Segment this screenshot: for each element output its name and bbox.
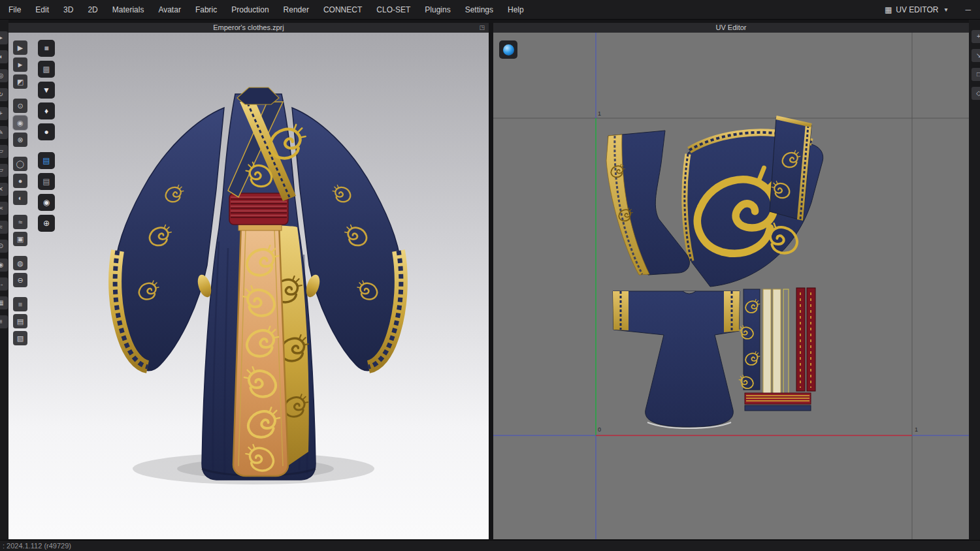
menu-production[interactable]: Production: [224, 5, 276, 14]
show-avatar-figure-icon[interactable]: ♦: [38, 102, 55, 119]
gizmo-icon[interactable]: +: [972, 30, 980, 43]
grade-icon[interactable]: ≡: [0, 315, 8, 328]
texture-icon-glyph: ▦: [0, 300, 4, 306]
show-garment-cube-icon[interactable]: ■: [38, 40, 55, 57]
buttonhole-icon[interactable]: ⊖: [13, 273, 27, 287]
menu-render[interactable]: Render: [276, 5, 316, 14]
menu-3d[interactable]: 3D: [56, 5, 80, 14]
zipper-icon[interactable]: ≡: [13, 297, 27, 311]
material-sphere-icon: [503, 44, 514, 55]
tack-icon[interactable]: ◉: [0, 259, 8, 272]
menu-help[interactable]: Help: [500, 5, 531, 14]
pan-icon[interactable]: +: [0, 107, 8, 120]
menu-items: FileEdit3D2DMaterialsAvatarFabricProduct…: [1, 5, 531, 14]
menu-2d[interactable]: 2D: [80, 5, 105, 14]
status-bar: : 2024.1.112 (r49729): [0, 540, 980, 551]
sphere-icon-glyph: ●: [18, 178, 23, 185]
menu-avatar[interactable]: Avatar: [151, 5, 188, 14]
uv-label-origin: 0: [598, 426, 601, 433]
select-move-icon[interactable]: ►: [13, 57, 27, 72]
uv-piece-belt[interactable]: [745, 393, 811, 411]
viewport-3d-titlebar[interactable]: Emperor's clothes.zprj ◳: [8, 23, 489, 33]
scissors-icon[interactable]: ✕: [0, 183, 8, 196]
show-avatar-bust-icon[interactable]: ●: [38, 123, 55, 140]
show-globe-icon[interactable]: ⊕: [38, 215, 55, 232]
zoom-icon-glyph: ◎: [0, 72, 3, 79]
zoom-icon[interactable]: ◎: [0, 69, 8, 82]
menu-plugins[interactable]: Plugins: [417, 5, 457, 14]
show-fabric-gray-icon[interactable]: ▤: [38, 173, 55, 190]
uv-canvas[interactable]: 1 0 1: [493, 33, 969, 539]
measure-icon[interactable]: ↔: [0, 277, 8, 291]
menu-fabric[interactable]: Fabric: [188, 5, 224, 14]
snap-icon[interactable]: ◇: [972, 87, 980, 100]
show-toggle-toolbar: ■▩▼♦●▤▤◉⊕: [38, 38, 55, 234]
menu-clo-set[interactable]: CLO-SET: [369, 5, 417, 14]
texture-icon[interactable]: ▦: [0, 296, 8, 309]
material-sphere-button[interactable]: [499, 40, 517, 59]
uv-piece-sleeve-left[interactable]: [606, 131, 689, 275]
scale-icon[interactable]: ↘: [972, 49, 980, 62]
ring-icon[interactable]: ◯: [13, 157, 27, 171]
sewing-icon[interactable]: ≍: [0, 202, 8, 215]
front-panel[interactable]: [233, 222, 288, 476]
app-window: FileEdit3D2DMaterialsAvatarFabricProduct…: [0, 0, 980, 551]
frame-icon[interactable]: □: [972, 68, 980, 81]
show-fabric-blue-icon[interactable]: ▤: [38, 152, 55, 169]
attach-icon[interactable]: ⊗: [13, 133, 27, 147]
uv-piece-collar-strip[interactable]: [739, 289, 760, 390]
trace-icon[interactable]: ▱: [0, 164, 8, 177]
steam-icon[interactable]: ≈: [13, 215, 27, 229]
free-sewing-icon[interactable]: ≈: [0, 221, 8, 234]
tool-group: ≡▤▧: [13, 296, 27, 347]
sphere-icon[interactable]: ●: [13, 174, 27, 188]
button-icon[interactable]: ◍: [13, 256, 27, 270]
menu-settings[interactable]: Settings: [458, 5, 500, 14]
cursor-icon[interactable]: ►: [0, 31, 8, 44]
hand-icon-glyph: ◖: [0, 54, 3, 60]
uv-piece-robe-back[interactable]: [613, 291, 740, 428]
hemisphere-icon[interactable]: ◐: [13, 191, 27, 205]
menu-connect[interactable]: CONNECT: [316, 5, 369, 14]
garment-render[interactable]: [8, 33, 489, 539]
left-edge-toolbar: ►◖◎↻+✎▱▱✕≍≈⊙◉↔▦≡: [0, 20, 8, 540]
pin-icon[interactable]: ⊙: [0, 240, 8, 253]
menu-materials[interactable]: Materials: [105, 5, 152, 14]
trim-box-icon[interactable]: ▤: [13, 314, 27, 328]
uv-piece-red-strips[interactable]: [796, 288, 815, 391]
select-mesh-icon[interactable]: ◩: [13, 74, 27, 89]
solidify-icon[interactable]: ▣: [13, 232, 27, 246]
uv-layout[interactable]: [493, 33, 969, 539]
chevron-down-icon[interactable]: ▾: [944, 6, 947, 13]
tool-group: ◯●◐: [13, 155, 27, 206]
main-left-toolbar: ▶►◩⊙◉⊗◯●◐≈▣◍⊖≡▤▧: [13, 39, 27, 347]
sewing-icon-glyph: ≍: [0, 205, 3, 212]
uv-piece-trim-strips[interactable]: [763, 289, 789, 395]
padding-icon[interactable]: ▧: [13, 331, 27, 345]
button-icon-glyph: ◍: [17, 260, 24, 267]
show-shirt-icon[interactable]: ▼: [38, 82, 55, 99]
edit-pattern-icon[interactable]: ▱: [0, 145, 8, 158]
menu-file[interactable]: File: [1, 5, 28, 14]
show-toggle-group: ▤▤◉⊕: [38, 150, 55, 234]
simulate-icon[interactable]: ▶: [13, 40, 27, 55]
rotate-view-icon[interactable]: ↻: [0, 88, 8, 101]
show-garment-shaded-icon[interactable]: ▩: [38, 61, 55, 78]
pin-icon[interactable]: ⊙: [13, 99, 27, 113]
menu-edit[interactable]: Edit: [28, 5, 56, 14]
hand-icon[interactable]: ◖: [0, 50, 8, 63]
show-shirt-icon-glyph: ▼: [42, 86, 50, 94]
uv-editor-titlebar[interactable]: UV Editor: [493, 23, 969, 33]
waist-sash[interactable]: [229, 193, 288, 225]
show-head-icon[interactable]: ◉: [38, 194, 55, 211]
uv-editor-toggle[interactable]: ▦ UV EDITOR: [885, 5, 938, 14]
viewport-3d[interactable]: ▶►◩⊙◉⊗◯●◐≈▣◍⊖≡▤▧ ■▩▼♦●▤▤◉⊕: [8, 33, 489, 539]
show-fabric-gray-icon-glyph: ▤: [42, 178, 50, 185]
undock-window-icon[interactable]: ◳: [479, 23, 485, 33]
pen-icon[interactable]: ✎: [0, 126, 8, 139]
tack-on-avatar-icon[interactable]: ◉: [13, 116, 27, 130]
rotate-view-icon-glyph: ↻: [0, 91, 3, 98]
grade-icon-glyph: ≡: [0, 319, 3, 325]
minimize-icon[interactable]: ─: [962, 5, 973, 14]
panel-divider[interactable]: [489, 20, 493, 540]
